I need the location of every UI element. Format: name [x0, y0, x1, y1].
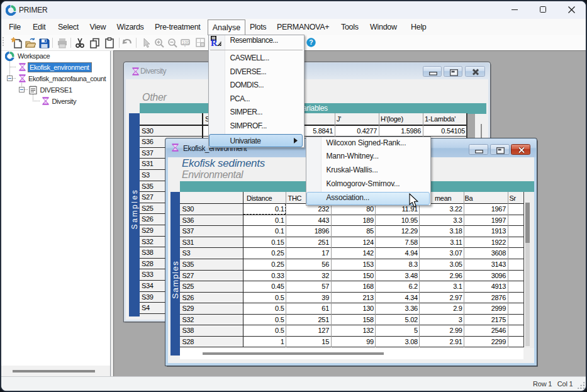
svg-text:R: R [211, 38, 218, 47]
svg-text:?: ? [309, 38, 313, 46]
svg-text:100: 100 [182, 40, 189, 45]
